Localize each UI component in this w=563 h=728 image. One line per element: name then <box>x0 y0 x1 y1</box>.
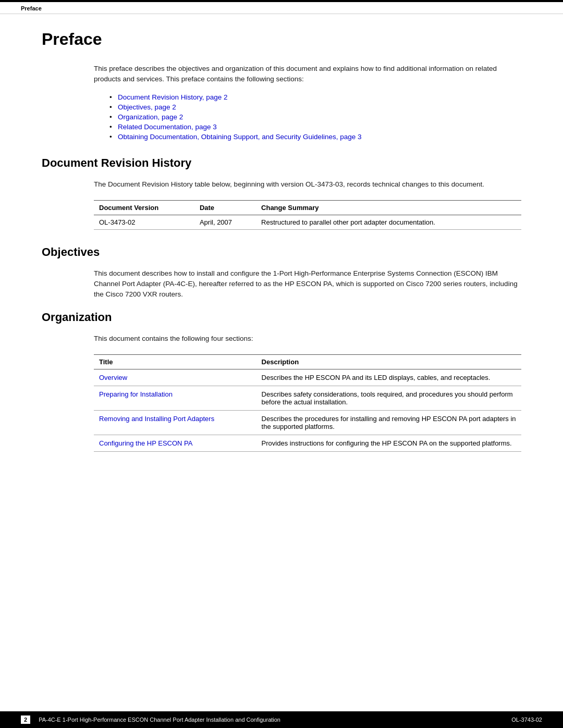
organization-title: Organization <box>42 311 521 324</box>
org-row-3-desc: Describes the procedures for installing … <box>256 410 521 435</box>
toc-link-4[interactable]: Related Documentation, page 3 <box>118 123 217 131</box>
table-cell-version: OL-3473-02 <box>94 215 194 229</box>
organization-intro: This document contains the following fou… <box>94 334 521 344</box>
footer-left: 2 PA-4C-E 1-Port High-Performance ESCON … <box>21 715 280 724</box>
toc-link-1[interactable]: Document Revision History, page 2 <box>118 93 228 101</box>
list-item: Related Documentation, page 3 <box>109 123 521 131</box>
objectives-body: This document describes how to install a… <box>94 268 521 300</box>
doc-revision-title: Document Revision History <box>42 156 521 170</box>
org-table: Title Description Overview Describes the… <box>94 354 521 452</box>
footer-page-number: 2 <box>21 715 30 724</box>
toc-link-3[interactable]: Organization, page 2 <box>118 113 183 121</box>
table-cell-change: Restructured to parallel other port adap… <box>256 215 521 229</box>
doc-revision-table: Document Version Date Change Summary OL-… <box>94 200 521 230</box>
list-item: Objectives, page 2 <box>109 103 521 111</box>
footer-right: OL-3743-02 <box>511 717 542 723</box>
org-link-preparing[interactable]: Preparing for Installation <box>99 390 173 398</box>
org-row-1-title: Overview <box>94 369 256 386</box>
header: Preface <box>0 2 563 14</box>
list-item: Document Revision History, page 2 <box>109 93 521 101</box>
table-row: Overview Describes the HP ESCON PA and i… <box>94 369 521 386</box>
history-table-wrapper: Document Version Date Change Summary OL-… <box>94 200 521 230</box>
objectives-title: Objectives <box>42 245 521 259</box>
doc-revision-body: The Document Revision History table belo… <box>94 179 521 190</box>
footer-doc-title: PA-4C-E 1-Port High-Performance ESCON Ch… <box>39 717 280 723</box>
intro-paragraph: This preface describes the objectives an… <box>94 64 521 85</box>
toc-list: Document Revision History, page 2 Object… <box>109 93 521 141</box>
toc-link-2[interactable]: Objectives, page 2 <box>118 103 176 111</box>
org-col-description: Description <box>256 354 521 369</box>
table-cell-date: April, 2007 <box>194 215 256 229</box>
organization-section: Organization This document contains the … <box>42 311 521 452</box>
org-row-2-title: Preparing for Installation <box>94 386 256 410</box>
org-row-4-desc: Provides instructions for configuring th… <box>256 435 521 451</box>
org-col-title: Title <box>94 354 256 369</box>
list-item: Obtaining Documentation, Obtaining Suppo… <box>109 133 521 141</box>
doc-revision-section: Document Revision History The Document R… <box>42 156 521 230</box>
page-title: Preface <box>42 30 521 49</box>
toc-link-5[interactable]: Obtaining Documentation, Obtaining Suppo… <box>118 133 362 141</box>
main-content: Preface This preface describes the objec… <box>0 14 563 509</box>
table-row: Removing and Installing Port Adapters De… <box>94 410 521 435</box>
org-row-1-desc: Describes the HP ESCON PA and its LED di… <box>256 369 521 386</box>
org-row-2-desc: Describes safety considerations, tools r… <box>256 386 521 410</box>
footer-doc-number: OL-3743-02 <box>511 717 542 723</box>
org-link-overview[interactable]: Overview <box>99 374 127 381</box>
table-row: Configuring the HP ESCON PA Provides ins… <box>94 435 521 451</box>
list-item: Organization, page 2 <box>109 113 521 121</box>
col-header-date: Date <box>194 200 256 215</box>
objectives-section: Objectives This document describes how t… <box>42 245 521 300</box>
table-row: OL-3473-02 April, 2007 Restructured to p… <box>94 215 521 229</box>
footer: 2 PA-4C-E 1-Port High-Performance ESCON … <box>0 711 563 728</box>
col-header-version: Document Version <box>94 200 194 215</box>
org-table-wrapper: Title Description Overview Describes the… <box>94 354 521 452</box>
col-header-change: Change Summary <box>256 200 521 215</box>
table-row: Preparing for Installation Describes saf… <box>94 386 521 410</box>
breadcrumb: Preface <box>21 5 42 11</box>
org-row-3-title: Removing and Installing Port Adapters <box>94 410 256 435</box>
org-link-configuring[interactable]: Configuring the HP ESCON PA <box>99 439 192 447</box>
org-link-removing[interactable]: Removing and Installing Port Adapters <box>99 415 214 423</box>
org-row-4-title: Configuring the HP ESCON PA <box>94 435 256 451</box>
